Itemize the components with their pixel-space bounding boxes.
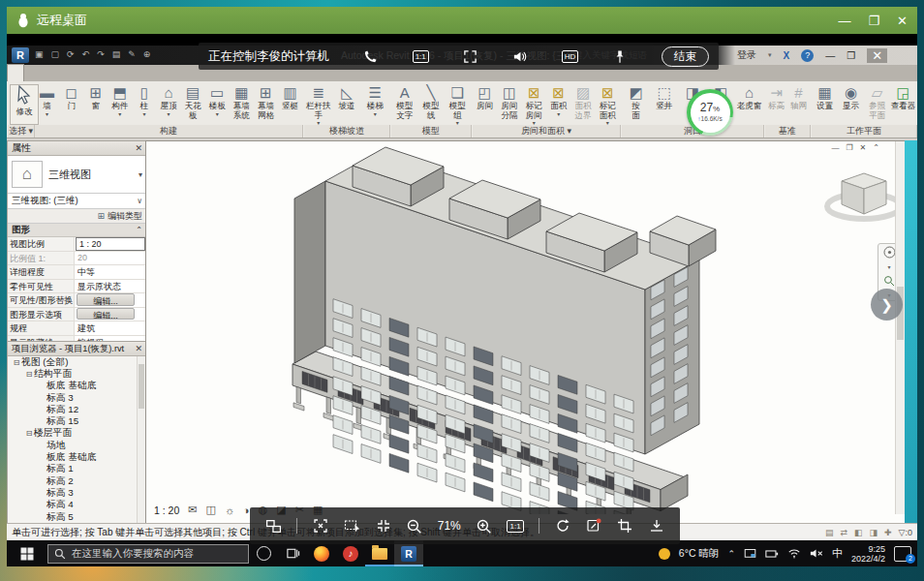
maximize-icon[interactable]: ❐: [868, 14, 879, 28]
ribbon-tab[interactable]: [133, 65, 148, 81]
ribbon-tool[interactable]: ▬ 墙 ▾: [35, 83, 59, 117]
zoom-in-icon[interactable]: [476, 518, 492, 535]
tree-item[interactable]: 标高 15: [8, 415, 146, 427]
fullscreen-icon[interactable]: [462, 48, 478, 65]
view-scale[interactable]: 1 : 20: [154, 505, 179, 516]
ribbon-tool[interactable]: ▦ 幕墙系统: [230, 83, 254, 126]
zoom-out-icon[interactable]: [406, 518, 422, 535]
task-view-button[interactable]: [278, 540, 307, 566]
ribbon-tab[interactable]: [117, 65, 133, 81]
ribbon-tool[interactable]: ⊞ 幕墙网格: [254, 83, 278, 126]
ribbon-tool[interactable]: ☰ 楼梯 ▾: [361, 83, 389, 117]
ribbon-tab[interactable]: [164, 65, 179, 81]
ribbon-tab[interactable]: [24, 65, 40, 81]
property-row[interactable]: 详细程度 中等: [8, 265, 146, 280]
ribbon-tool[interactable]: ▯ 柱 ▾: [132, 83, 156, 117]
weather-text[interactable]: 6°C 晴朗: [679, 547, 720, 561]
zoom-tool-icon[interactable]: [883, 275, 895, 287]
file-explorer-button[interactable]: [365, 540, 394, 566]
ribbon-tool[interactable]: ◲ 查看器: [890, 83, 916, 117]
redo-icon[interactable]: ↷: [97, 49, 105, 59]
view-restore-icon[interactable]: ❐: [846, 143, 852, 152]
ribbon-tab[interactable]: [71, 65, 86, 81]
ribbon-tool[interactable]: ⌂ 老虎窗: [735, 83, 763, 117]
taskbar-clock[interactable]: 9:25 2022/4/2: [851, 544, 885, 564]
hd-icon[interactable]: HD: [562, 50, 579, 63]
ribbon-tool[interactable]: ▦ 设置: [812, 83, 838, 117]
ribbon-tab[interactable]: [148, 65, 164, 81]
actual-size-icon[interactable]: 1:1: [507, 520, 523, 533]
panel-workplane-label[interactable]: 工作平面: [812, 125, 917, 138]
revit-close-icon[interactable]: ✕: [867, 48, 887, 63]
screenshot-icon[interactable]: [344, 518, 360, 535]
undo-icon[interactable]: ↶: [82, 49, 90, 59]
taskbar-search[interactable]: 在这里输入你要搜索的内容: [47, 544, 249, 564]
print-icon[interactable]: ▤: [112, 49, 121, 59]
ribbon-tool[interactable]: ⊞ 窗: [83, 83, 108, 117]
sun-path-icon[interactable]: ☼: [225, 505, 234, 516]
press-drag-icon[interactable]: ◨: [870, 528, 878, 537]
battery-icon[interactable]: [765, 549, 779, 559]
ribbon-tool[interactable]: ▨ 面积边界: [570, 83, 595, 126]
tree-item[interactable]: 标高 2: [8, 475, 146, 487]
worksets-icon[interactable]: ▤: [825, 528, 834, 537]
help-icon[interactable]: ?: [801, 49, 814, 62]
save-icon[interactable]: ▣: [35, 49, 44, 59]
open-icon[interactable]: ▢: [51, 49, 60, 59]
phone-icon[interactable]: [362, 48, 379, 65]
revit-taskbar-button[interactable]: R: [394, 540, 423, 566]
instance-selector[interactable]: 三维视图: (三维) ∨: [8, 194, 146, 209]
ribbon-tool[interactable]: A 模型文字: [391, 83, 417, 126]
tree-item[interactable]: 标高 3: [8, 487, 146, 499]
editable-only-icon[interactable]: ✚: [884, 528, 892, 537]
tree-item[interactable]: 标高 1: [8, 464, 146, 475]
shadows-icon[interactable]: ◑: [243, 505, 250, 516]
netease-music-button[interactable]: ♪: [336, 540, 365, 566]
panel-stairs-label[interactable]: 楼梯坡道: [304, 125, 390, 138]
remote-tray-icon[interactable]: [744, 548, 756, 560]
filter-icon[interactable]: ▽:0: [899, 528, 912, 537]
signin-label[interactable]: 登录: [737, 48, 756, 62]
actual-size-icon[interactable]: 1:1: [413, 50, 429, 63]
ribbon-tool[interactable]: ⇥ 标高: [765, 83, 787, 117]
download-icon[interactable]: [648, 518, 664, 535]
tree-item[interactable]: ⊟ 视图 (全部): [8, 356, 146, 368]
ribbon-tool[interactable]: ◉ 显示: [838, 83, 864, 117]
ribbon-tool[interactable]: ╲ 模型线: [417, 83, 444, 126]
tray-chevron-up-icon[interactable]: ⌃: [727, 549, 735, 559]
close-icon[interactable]: ✕: [897, 14, 908, 28]
ribbon-tool[interactable]: # 轴网: [787, 83, 810, 117]
clip-icon[interactable]: [617, 518, 633, 535]
ribbon-tab[interactable]: [7, 64, 24, 81]
tree-item[interactable]: 板底 基础底: [8, 451, 146, 463]
ribbon-tool[interactable]: ▱ 参照平面: [864, 83, 890, 126]
ribbon-tab[interactable]: [40, 65, 55, 81]
chevron-down-icon[interactable]: ▾: [887, 263, 890, 270]
performance-indicator[interactable]: 27% ↑16.6K/s: [687, 89, 733, 136]
tree-item[interactable]: 标高 4: [8, 500, 146, 511]
collapse-icon[interactable]: ⌃: [136, 226, 142, 234]
cortana-button[interactable]: [249, 540, 278, 566]
ribbon-tool[interactable]: ⬒ 构件 ▾: [108, 83, 132, 117]
ribbon-tab[interactable]: [179, 65, 195, 81]
measure-icon[interactable]: ✎: [128, 49, 136, 59]
revit-minimize-icon[interactable]: —: [825, 50, 835, 61]
sync-icon[interactable]: ⟳: [67, 49, 75, 59]
panel-datum-label[interactable]: 基准: [765, 125, 811, 138]
design-options-icon[interactable]: ⇄: [840, 528, 847, 537]
expand-icon[interactable]: ⊟: [24, 370, 34, 379]
ribbon-tool[interactable]: ⊠ 面积 ▾: [546, 83, 570, 117]
revit-app-button[interactable]: R: [12, 47, 29, 63]
fit-window-icon[interactable]: [375, 518, 391, 535]
tree-item[interactable]: ⊟ 结构平面: [8, 368, 146, 380]
ime-indicator[interactable]: 中: [832, 546, 843, 561]
browser-scrollbar[interactable]: [137, 356, 145, 523]
chevron-up-icon[interactable]: ⌃: [873, 143, 879, 152]
monitor-switch-icon[interactable]: [265, 518, 282, 535]
expand-icon[interactable]: ⊟: [12, 358, 21, 367]
minimize-icon[interactable]: —: [838, 14, 850, 28]
exchange-icon[interactable]: X: [784, 50, 790, 61]
ribbon-tool[interactable]: ▭ 楼板 ▾: [205, 83, 230, 117]
action-center-button[interactable]: 2: [894, 546, 911, 562]
tree-item[interactable]: 标高 5: [8, 511, 146, 523]
